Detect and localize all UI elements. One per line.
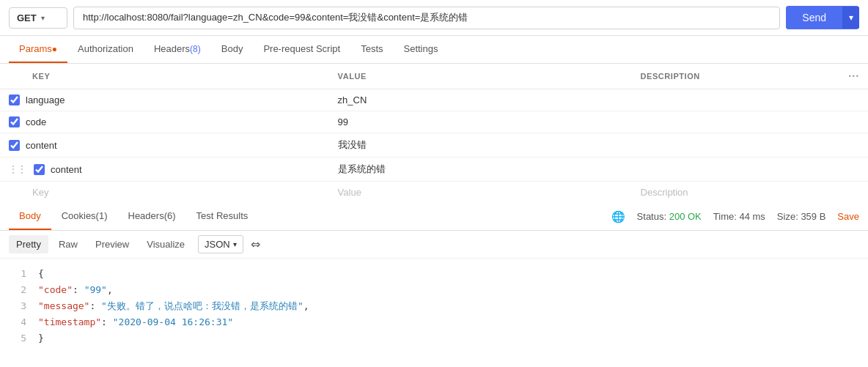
table-row: content 我没错 [0,133,868,157]
fmt-tab-raw[interactable]: Raw [51,235,85,253]
drag-handle-icon[interactable]: ⋮⋮ [9,164,26,174]
more-options-icon[interactable]: ··· [848,70,859,82]
param-value-2: 99 [329,111,632,133]
tab-settings[interactable]: Settings [394,36,449,63]
param-actions-1 [839,89,868,111]
size-label: Size: 359 B [777,211,826,222]
json-brace-close: } [38,330,44,346]
url-bar: GET ▾ Send ▾ [0,0,868,36]
save-button[interactable]: Save [837,211,859,222]
json-brace-open: { [38,266,44,282]
param-checkbox-4[interactable] [34,164,45,175]
send-button[interactable]: Send [786,6,842,29]
json-val-code: "99" [84,284,107,295]
line-num-1: 1 [12,266,26,282]
fmt-tab-visualize[interactable]: Visualize [139,235,192,253]
param-placeholder-key[interactable]: Key [0,182,329,204]
tab-tests[interactable]: Tests [350,36,393,63]
fmt-tab-preview[interactable]: Preview [88,235,136,253]
param-key-3: content [26,140,57,151]
json-line-5: 5 } [12,330,856,346]
col-header-description: DESCRIPTION [632,64,839,89]
response-tabs-bar: Body Cookies(1) Headers(6) Test Results … [0,203,868,231]
param-placeholder-value[interactable]: Value [329,182,632,204]
json-line-2: 2 "code": "99", [12,282,856,298]
line-num-4: 4 [12,314,26,330]
format-bar: Pretty Raw Preview Visualize JSON ▾ ⇔ [0,231,868,259]
param-desc-2 [632,111,839,133]
status-label: Status: 200 OK [637,211,702,222]
param-checkbox-2[interactable] [9,116,20,127]
tab-authorization[interactable]: Authorization [67,36,144,63]
col-header-value: VALUE [329,64,632,89]
tab-headers[interactable]: Headers(8) [144,36,211,63]
url-input[interactable] [73,7,780,29]
json-line-1: 1 { [12,266,856,282]
globe-icon: 🌐 [611,210,625,223]
param-desc-1 [632,89,839,111]
col-header-actions: ··· [839,64,868,89]
table-row: language zh_CN [0,89,868,111]
json-val-timestamp: "2020-09-04 16:26:31" [113,316,233,327]
param-key-cell-3: content [0,133,329,157]
resp-tab-body[interactable]: Body [9,203,51,230]
send-button-wrapper: Send ▾ [786,6,859,29]
param-key-cell-4: ⋮⋮ content [0,157,329,182]
table-row: code 99 [0,111,868,133]
method-label: GET [17,12,37,23]
params-section: KEY VALUE DESCRIPTION ··· language zh_CN [0,64,868,203]
json-line-3: 3 "message": "失败。错了，说点啥吧：我没错，是系统的错", [12,298,856,314]
request-tabs-bar: Params● Authorization Headers(8) Body Pr… [0,36,868,64]
json-val-message: "失败。错了，说点啥吧：我没错，是系统的错" [101,300,304,311]
param-value-4: 是系统的错 [329,157,632,182]
param-checkbox-1[interactable] [9,94,20,105]
resp-tab-headers[interactable]: Headers(6) [118,203,186,230]
param-key-4: content [51,164,82,175]
param-key-cell-1: language [0,89,329,111]
params-table: KEY VALUE DESCRIPTION ··· language zh_CN [0,64,868,203]
param-value-1: zh_CN [329,89,632,111]
tab-params[interactable]: Params● [9,36,67,63]
json-key-message: "message" [38,300,89,311]
param-desc-3 [632,133,839,157]
param-checkbox-3[interactable] [9,140,20,151]
method-select[interactable]: GET ▾ [9,7,67,29]
param-placeholder-row: Key Value Description [0,182,868,204]
param-key-1: language [26,94,65,105]
resp-tab-cookies[interactable]: Cookies(1) [51,203,118,230]
param-placeholder-actions [839,182,868,204]
param-placeholder-desc[interactable]: Description [632,182,839,204]
wrap-icon[interactable]: ⇔ [251,237,260,251]
send-dropdown-button[interactable]: ▾ [842,7,859,29]
tab-body[interactable]: Body [211,36,254,63]
time-label: Time: 44 ms [713,211,765,222]
json-key-code: "code" [38,284,73,295]
method-chevron-icon: ▾ [41,14,45,22]
resp-tab-test-results[interactable]: Test Results [186,203,259,230]
line-num-3: 3 [12,298,26,314]
line-num-5: 5 [12,330,26,346]
param-value-3: 我没错 [329,133,632,157]
json-key-timestamp: "timestamp" [38,316,101,327]
json-viewer: 1 { 2 "code": "99", 3 "message": "失败。错了，… [0,259,868,354]
table-row: ⋮⋮ content 是系统的错 [0,157,868,182]
response-status-area: 🌐 Status: 200 OK Time: 44 ms Size: 359 B… [611,210,859,223]
param-actions-2 [839,111,868,133]
param-key-cell-2: code [0,111,329,133]
fmt-tab-pretty[interactable]: Pretty [9,235,48,253]
tab-prerequest[interactable]: Pre-request Script [253,36,350,63]
param-key-2: code [26,116,46,127]
line-num-2: 2 [12,282,26,298]
format-selector[interactable]: JSON ▾ [198,235,243,253]
col-header-key: KEY [0,64,329,89]
json-line-4: 4 "timestamp": "2020-09-04 16:26:31" [12,314,856,330]
param-actions-3 [839,133,868,157]
param-desc-4 [632,157,839,182]
param-actions-4 [839,157,868,182]
